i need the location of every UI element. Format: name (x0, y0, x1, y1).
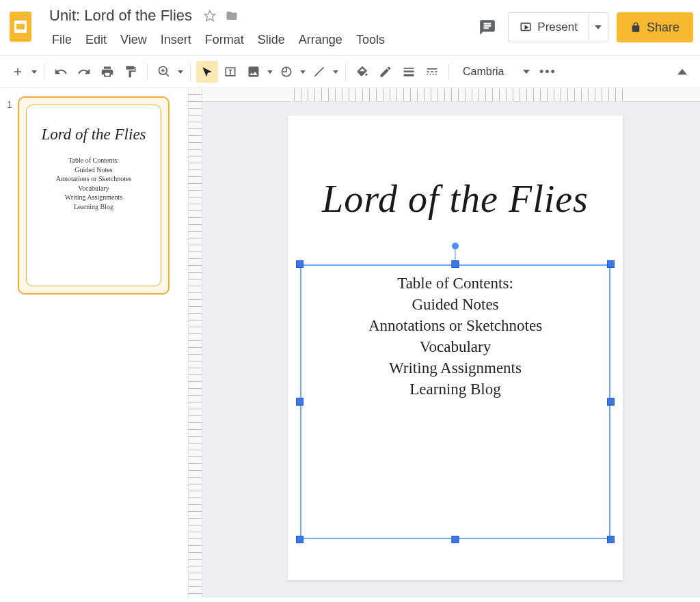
collapse-toolbar-button[interactable] (671, 61, 693, 83)
shape-dropdown[interactable] (299, 70, 307, 74)
present-button[interactable]: Present (508, 12, 589, 42)
present-label: Present (537, 20, 578, 34)
canvas[interactable]: Lord of the Flies Table of Contents: Gui… (202, 88, 700, 598)
svg-rect-11 (404, 70, 414, 72)
resize-handle-e[interactable] (607, 398, 615, 406)
present-dropdown[interactable] (589, 12, 608, 42)
document-title[interactable]: Unit: Lord of the Flies (46, 5, 195, 26)
redo-button[interactable] (73, 61, 95, 83)
thumbnail-row: 1 Lord of the Flies Table of Contents: G… (7, 96, 181, 295)
paint-format-button[interactable] (120, 61, 142, 83)
title-area: Unit: Lord of the Flies File Edit View I… (46, 5, 475, 50)
svg-point-9 (365, 74, 367, 76)
resize-handle-n[interactable] (452, 260, 459, 268)
fill-color-button[interactable] (351, 61, 373, 83)
new-slide-button[interactable] (7, 61, 29, 83)
resize-handle-se[interactable] (607, 536, 615, 543)
svg-rect-17 (427, 74, 429, 75)
thumbnail-toc: Table of Contents: Guided Notes Annotati… (56, 156, 132, 211)
slide[interactable]: Lord of the Flies Table of Contents: Gui… (288, 115, 623, 580)
menu-slide[interactable]: Slide (252, 30, 291, 50)
slides-logo[interactable] (7, 8, 34, 45)
thumbnail-panel: 1 Lord of the Flies Table of Contents: G… (0, 88, 188, 598)
menu-format[interactable]: Format (200, 30, 250, 50)
image-dropdown[interactable] (266, 70, 274, 74)
svg-rect-19 (433, 74, 434, 75)
menu-tools[interactable]: Tools (351, 30, 390, 50)
resize-handle-nw[interactable] (296, 260, 304, 268)
select-tool[interactable] (196, 61, 218, 83)
selected-textbox[interactable]: Table of Contents: Guided Notes Annotati… (300, 264, 610, 539)
main: 1 Lord of the Flies Table of Contents: G… (0, 88, 700, 598)
svg-rect-12 (404, 74, 414, 76)
resize-handle-s[interactable] (452, 536, 459, 543)
resize-handle-w[interactable] (296, 398, 304, 406)
svg-rect-2 (16, 24, 25, 29)
thumbnail-slide[interactable]: Lord of the Flies Table of Contents: Gui… (18, 96, 170, 295)
svg-rect-16 (435, 71, 437, 72)
svg-rect-15 (431, 71, 433, 72)
star-icon[interactable] (203, 9, 217, 23)
menu-file[interactable]: File (46, 30, 77, 50)
canvas-area: Lord of the Flies Table of Contents: Gui… (188, 88, 700, 598)
shape-tool[interactable] (275, 61, 297, 83)
svg-rect-14 (427, 71, 429, 72)
resize-handle-sw[interactable] (296, 536, 304, 543)
resize-handle-ne[interactable] (607, 260, 615, 268)
menu-insert[interactable]: Insert (155, 30, 197, 50)
new-slide-dropdown[interactable] (30, 70, 38, 74)
line-dropdown[interactable] (332, 70, 340, 74)
slide-title[interactable]: Lord of the Flies (288, 177, 623, 221)
svg-rect-18 (430, 74, 431, 75)
font-name: Cambria (463, 66, 504, 78)
svg-marker-5 (526, 26, 528, 29)
font-select[interactable]: Cambria (455, 61, 535, 83)
comments-icon[interactable] (475, 15, 500, 40)
menu-view[interactable]: View (115, 30, 152, 50)
rotate-handle[interactable] (452, 243, 459, 249)
header: Unit: Lord of the Flies File Edit View I… (0, 0, 700, 50)
svg-rect-20 (435, 74, 437, 75)
undo-button[interactable] (50, 61, 72, 83)
vertical-ruler (189, 88, 202, 598)
zoom-dropdown[interactable] (176, 70, 185, 74)
menu-arrange[interactable]: Arrange (293, 30, 348, 50)
line-tool[interactable] (308, 61, 330, 83)
thumbnail-title: Lord of the Flies (41, 126, 146, 143)
print-button[interactable] (96, 61, 118, 83)
thumbnail-number: 1 (7, 96, 18, 295)
image-tool[interactable] (243, 61, 265, 83)
svg-rect-10 (404, 68, 414, 69)
border-weight-button[interactable] (398, 61, 420, 83)
svg-rect-13 (427, 68, 438, 70)
border-color-button[interactable] (375, 61, 396, 83)
header-actions: Present Share (475, 5, 693, 42)
toolbar: Cambria ••• (0, 55, 700, 88)
zoom-button[interactable] (153, 61, 175, 83)
present-group: Present (508, 12, 608, 42)
border-dash-button[interactable] (421, 61, 443, 83)
move-folder-icon[interactable] (225, 9, 239, 23)
textbox-tool[interactable] (219, 61, 241, 83)
textbox-content[interactable]: Table of Contents: Guided Notes Annotati… (300, 264, 610, 539)
share-label: Share (647, 20, 679, 35)
horizontal-ruler (202, 88, 700, 102)
more-button[interactable]: ••• (537, 61, 558, 83)
share-button[interactable]: Share (617, 12, 693, 42)
menu-edit[interactable]: Edit (80, 30, 112, 50)
menubar: File Edit View Insert Format Slide Arran… (46, 30, 475, 50)
svg-marker-3 (205, 11, 215, 21)
